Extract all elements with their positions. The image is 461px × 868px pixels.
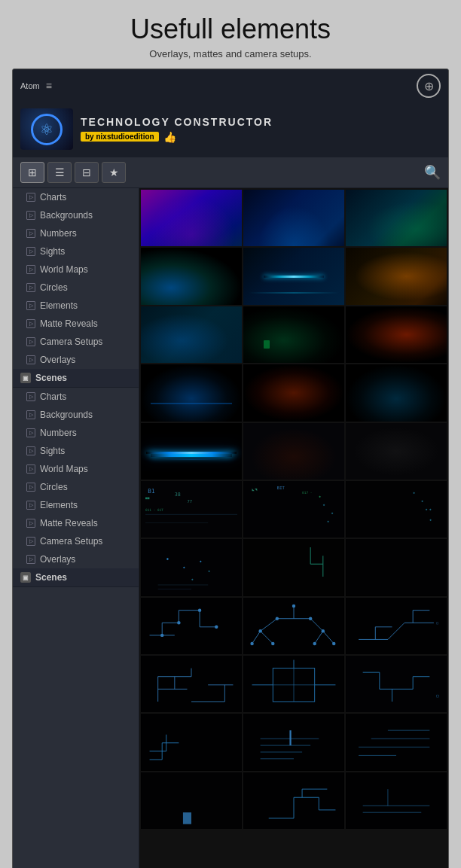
sidebar-item-backgrounds2[interactable]: ▷ Backgrounds bbox=[13, 406, 139, 424]
svg-text:■■: ■■ bbox=[145, 496, 150, 500]
sidebar-item-elements1[interactable]: ▷ Elements bbox=[13, 297, 139, 315]
item-icon: ▷ bbox=[26, 211, 35, 220]
thumbnail-10[interactable] bbox=[141, 364, 242, 421]
thumbnail-22[interactable] bbox=[141, 598, 242, 654]
thumbnail-23[interactable] bbox=[243, 598, 344, 654]
main-content: ▷ Charts ▷ Backgrounds ▷ Numbers ▷ Sight… bbox=[13, 188, 448, 868]
thumbnail-12[interactable] bbox=[346, 364, 447, 421]
sidebar-item-worldmaps2[interactable]: ▷ World Maps bbox=[13, 460, 139, 478]
sidebar-label: Matte Reveals bbox=[40, 318, 98, 329]
thumbnail-26[interactable] bbox=[243, 656, 344, 712]
thumbnail-33[interactable] bbox=[346, 772, 447, 829]
thumbnail-28[interactable] bbox=[141, 714, 242, 770]
thumbnail-24[interactable]: □ bbox=[346, 598, 447, 654]
thumbnail-11[interactable] bbox=[243, 364, 344, 421]
menu-icon[interactable]: ≡ bbox=[46, 80, 52, 92]
sidebar-item-backgrounds1[interactable]: ▷ Backgrounds bbox=[13, 206, 139, 224]
item-icon: ▷ bbox=[26, 319, 35, 328]
thumbnail-20[interactable] bbox=[243, 539, 344, 595]
thumbnail-6[interactable] bbox=[346, 248, 447, 304]
item-icon: ▷ bbox=[26, 301, 35, 310]
plugin-banner: TECHNOLOGY CONSTRUCTOR by nixstudioediti… bbox=[13, 102, 448, 157]
scenes-group-icon-1: ▣ bbox=[20, 373, 31, 383]
thumbnail-8[interactable] bbox=[243, 306, 344, 363]
thumbnail-3[interactable] bbox=[346, 190, 447, 246]
detail-view-button[interactable]: ⊟ bbox=[75, 162, 99, 183]
sidebar-item-numbers1[interactable]: ▷ Numbers bbox=[13, 224, 139, 242]
thumbnail-25[interactable] bbox=[141, 656, 242, 712]
sidebar-label: Elements bbox=[40, 500, 78, 510]
sidebar-item-charts1[interactable]: ▷ Charts bbox=[13, 188, 139, 206]
plugin-author-row: by nixstudioedition 👍 bbox=[81, 131, 441, 143]
sidebar-item-mattereveals1[interactable]: ▷ Matte Reveals bbox=[13, 315, 139, 333]
sidebar-item-camerasetups1[interactable]: ▷ Camera Setups bbox=[13, 333, 139, 351]
svg-point-44 bbox=[198, 608, 201, 611]
svg-rect-64 bbox=[346, 598, 446, 654]
svg-point-55 bbox=[292, 604, 295, 607]
thumbnail-17[interactable]: ◣◥ BIT 017 - ◆ ◆ ◆ ◆ bbox=[243, 481, 344, 538]
svg-text:B1: B1 bbox=[148, 487, 155, 494]
svg-text:◆: ◆ bbox=[319, 495, 321, 498]
plugin-info: TECHNOLOGY CONSTRUCTOR by nixstudioediti… bbox=[81, 116, 441, 143]
sidebar-item-circles2[interactable]: ▷ Circles bbox=[13, 478, 139, 496]
thumbnail-29[interactable] bbox=[243, 714, 344, 770]
sidebar-label: Overlays bbox=[40, 554, 75, 565]
item-icon: ▷ bbox=[26, 410, 35, 419]
page-subtitle: Overlays, mattes and camera setups. bbox=[0, 48, 461, 69]
item-icon: ▷ bbox=[26, 446, 35, 455]
svg-text:◣◥: ◣◥ bbox=[252, 487, 258, 492]
sidebar-item-sights2[interactable]: ▷ Sights bbox=[13, 442, 139, 460]
thumbnail-21[interactable] bbox=[346, 539, 447, 595]
svg-text:◆: ◆ bbox=[323, 503, 325, 507]
target-icon[interactable]: ⊕ bbox=[417, 74, 441, 98]
thumbnail-2[interactable] bbox=[243, 190, 344, 246]
sidebar-item-overlays1[interactable]: ▷ Overlays bbox=[13, 351, 139, 369]
sidebar-item-overlays2[interactable]: ▷ Overlays bbox=[13, 550, 139, 568]
item-icon: ▷ bbox=[26, 483, 35, 492]
sidebar-item-camerasetups2[interactable]: ▷ Camera Setups bbox=[13, 532, 139, 550]
list-view-button[interactable]: ☰ bbox=[47, 162, 72, 183]
thumbnail-32[interactable] bbox=[243, 772, 344, 829]
sidebar-item-worldmaps1[interactable]: ▷ World Maps bbox=[13, 260, 139, 279]
thumbnail-grid: B1 38 77 011 - 81T ■■ ◣◥ BIT 017 - bbox=[139, 188, 448, 830]
app-container: Atom ≡ ⊕ TECHNOLOGY CONSTRUCTOR by nixst… bbox=[12, 69, 449, 868]
thumbnail-14[interactable] bbox=[243, 423, 344, 480]
thumbnail-27[interactable]: □ bbox=[346, 656, 447, 712]
sidebar-label: Camera Setups bbox=[40, 536, 102, 547]
atom-label: Atom bbox=[20, 81, 40, 90]
thumbnail-19[interactable]: ◆ ◆ ◆ ◆ ◆ bbox=[141, 539, 242, 595]
thumbnail-4[interactable] bbox=[141, 248, 242, 304]
thumbnail-18[interactable]: ◆ ◆ ◆ ◆ ◆ bbox=[346, 481, 447, 538]
scenes-group-1[interactable]: ▣ Scenes bbox=[13, 369, 139, 388]
scenes-group-2[interactable]: ▣ Scenes bbox=[13, 568, 139, 587]
thumbnail-30[interactable] bbox=[346, 714, 447, 770]
app-header: Atom ≡ ⊕ bbox=[13, 69, 448, 102]
sidebar-item-elements2[interactable]: ▷ Elements bbox=[13, 496, 139, 514]
thumbs-up-icon[interactable]: 👍 bbox=[163, 131, 176, 143]
scenes-label-1: Scenes bbox=[35, 373, 67, 383]
thumbnail-16[interactable]: B1 38 77 011 - 81T ■■ bbox=[141, 481, 242, 538]
thumbnail-15[interactable] bbox=[346, 423, 447, 480]
star-view-button[interactable]: ★ bbox=[102, 162, 126, 183]
thumbnail-7[interactable] bbox=[141, 306, 242, 363]
sidebar-label: Backgrounds bbox=[40, 410, 93, 420]
thumbnail-31[interactable] bbox=[141, 772, 242, 829]
svg-text:◆: ◆ bbox=[429, 518, 432, 522]
svg-text:011 - 81T: 011 - 81T bbox=[145, 508, 163, 512]
thumbnail-13[interactable] bbox=[141, 423, 242, 480]
sidebar-item-mattereveals2[interactable]: ▷ Matte Reveals bbox=[13, 514, 139, 532]
sidebar-item-charts2[interactable]: ▷ Charts bbox=[13, 388, 139, 406]
thumbnail-9[interactable] bbox=[346, 306, 447, 363]
svg-rect-103 bbox=[243, 714, 343, 770]
svg-text:◆: ◆ bbox=[208, 570, 210, 574]
item-icon: ▷ bbox=[26, 229, 35, 238]
svg-rect-21 bbox=[141, 539, 241, 595]
thumbnail-5[interactable] bbox=[243, 248, 344, 304]
sidebar-item-circles1[interactable]: ▷ Circles bbox=[13, 279, 139, 297]
sidebar-item-sights1[interactable]: ▷ Sights bbox=[13, 242, 139, 260]
sidebar-item-numbers2[interactable]: ▷ Numbers bbox=[13, 424, 139, 442]
search-icon[interactable]: 🔍 bbox=[424, 164, 441, 181]
sidebar-label: Circles bbox=[40, 282, 68, 293]
thumbnail-1[interactable] bbox=[141, 190, 242, 246]
grid-view-button[interactable]: ⊞ bbox=[20, 162, 44, 183]
